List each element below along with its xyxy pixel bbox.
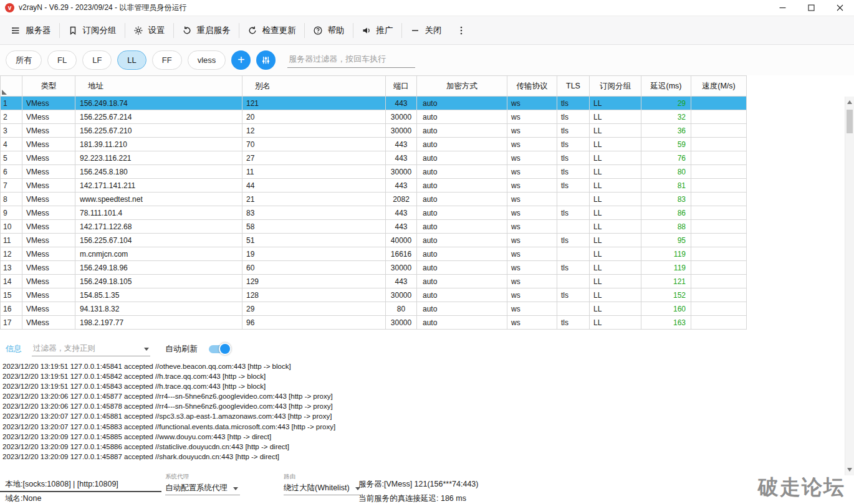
server-row[interactable]: 11VMess156.225.67.1045140000autowstlsLL9… — [1, 234, 747, 247]
check-update-icon — [247, 26, 257, 36]
column-header-address[interactable]: 地址 — [75, 76, 242, 97]
vertical-scrollbar[interactable] — [845, 97, 854, 475]
toggle-thumb — [219, 343, 231, 355]
server-row[interactable]: 14VMess156.249.18.105129443autowsLL121 — [1, 275, 747, 288]
tab-bar-pills: 所有FLLFLLFFvless — [6, 50, 226, 70]
column-header-transport[interactable]: 传输协议 — [507, 76, 557, 97]
column-header-tls[interactable]: TLS — [557, 76, 590, 97]
cell-port: 30000 — [386, 316, 417, 330]
minimize-button[interactable] — [768, 0, 797, 16]
chevron-down-icon[interactable] — [144, 348, 149, 351]
cell-address: 156.249.18.105 — [75, 275, 242, 288]
cell-latency: 29 — [641, 97, 691, 110]
server-row[interactable]: 17VMess198.2.197.779630000autowstlsLL163 — [1, 316, 747, 330]
promotion-button[interactable]: 推广 — [353, 19, 401, 42]
column-header-speed[interactable]: 速度(M/s) — [691, 76, 747, 97]
domain-info: 域名:None — [5, 493, 41, 504]
server-row[interactable]: 15VMess154.85.1.3512830000autowstlsLL152 — [1, 288, 747, 302]
column-header-group[interactable]: 订阅分组 — [590, 76, 641, 97]
column-header-encryption[interactable]: 加密方式 — [417, 76, 507, 97]
cell-encryption: auto — [417, 97, 507, 110]
server-row[interactable]: 10VMess142.171.122.6858443autowsLL88 — [1, 220, 747, 234]
system-proxy-combo[interactable]: 系统代理 自动配置系统代理 — [165, 473, 247, 493]
tab-所有[interactable]: 所有 — [6, 50, 42, 70]
server-row[interactable]: 16VMess94.131.8.322980autowsLL160 — [1, 302, 747, 316]
tab-vless[interactable]: vless — [188, 50, 226, 70]
cell-index: 3 — [1, 124, 22, 138]
column-header-alias[interactable]: 别名 — [242, 76, 386, 97]
cell-group: LL — [590, 138, 641, 151]
scroll-up-icon[interactable] — [847, 100, 852, 104]
restart-service-button[interactable]: 重启服务 — [174, 19, 239, 42]
cell-tls: tls — [557, 151, 590, 165]
cell-speed — [691, 179, 747, 193]
system-proxy-value[interactable]: 自动配置系统代理 — [165, 483, 240, 495]
log-line: 2023/12/20 13:20:09 127.0.0.1:45886 acce… — [2, 442, 852, 452]
cell-type: VMess — [22, 206, 75, 220]
more-menu-button[interactable] — [450, 19, 473, 42]
cell-tls: tls — [557, 165, 590, 179]
column-header-port[interactable]: 端口 — [386, 76, 417, 97]
cell-group: LL — [590, 179, 641, 193]
cell-index: 6 — [1, 165, 22, 179]
server-row[interactable]: 12VMessm.cnmjcn.com1916616autowsLL119 — [1, 247, 747, 261]
close-button[interactable] — [825, 0, 854, 16]
cell-encryption: auto — [417, 261, 507, 275]
settings-button[interactable]: 设置 — [125, 19, 173, 42]
server-row[interactable]: 1VMess156.249.18.74121443autowstlsLL29 — [1, 97, 747, 110]
servers-menu-button[interactable]: 服务器 — [2, 19, 59, 42]
cell-latency: 119 — [641, 247, 691, 261]
log-output[interactable]: 2023/12/20 13:19:51 127.0.0.1:45841 acce… — [0, 359, 854, 462]
main-toolbar: 服务器 订阅分组 设置 重启服务 检查更新 — [0, 16, 854, 45]
cell-address: 181.39.11.210 — [75, 138, 242, 151]
scrollbar-thumb[interactable] — [847, 110, 853, 133]
server-row[interactable]: 3VMess156.225.67.2101230000autowstlsLL36 — [1, 124, 747, 138]
column-header-gutter[interactable] — [1, 76, 22, 97]
log-line: 2023/12/20 13:20:07 127.0.0.1:45883 acce… — [2, 422, 852, 432]
cell-latency: 36 — [641, 124, 691, 138]
help-button[interactable]: 帮助 — [305, 19, 353, 42]
cell-transport: ws — [507, 193, 557, 206]
cell-address: 156.249.18.96 — [75, 261, 242, 275]
filter-toggle-button[interactable] — [256, 50, 276, 70]
routing-value[interactable]: 绕过大陆(Whitelist) — [284, 483, 362, 495]
cell-transport: ws — [507, 179, 557, 193]
tab-FF[interactable]: FF — [152, 50, 182, 70]
auto-refresh-toggle[interactable] — [208, 343, 231, 355]
routing-combo[interactable]: 路由 绕过大陆(Whitelist) — [284, 473, 360, 493]
server-row[interactable]: 6VMess156.245.8.1801130000autowstlsLL80 — [1, 165, 747, 179]
tab-LL[interactable]: LL — [117, 50, 146, 70]
column-header-latency[interactable]: 延迟(ms) — [641, 76, 691, 97]
tab-FL[interactable]: FL — [47, 50, 77, 70]
cell-type: VMess — [22, 234, 75, 247]
log-line: 2023/12/20 13:19:51 127.0.0.1:45841 acce… — [2, 361, 852, 371]
server-filter-input[interactable] — [287, 52, 415, 68]
cell-tls: tls — [557, 138, 590, 151]
server-row[interactable]: 13VMess156.249.18.966030000autowstlsLL11… — [1, 261, 747, 275]
status-bar: 本地:[socks:10808] | [http:10809] 域名:None … — [0, 464, 854, 504]
server-row[interactable]: 8VMesswww.speedtest.net212082autowsLL83 — [1, 193, 747, 206]
close-to-tray-button[interactable]: 关闭 — [402, 19, 450, 42]
cell-transport: ws — [507, 97, 557, 110]
server-row[interactable]: 2VMess156.225.67.2142030000autowstlsLL32 — [1, 110, 747, 124]
log-filter-input[interactable] — [32, 342, 150, 356]
cell-alias: 21 — [242, 193, 386, 206]
routing-label: 路由 — [284, 473, 360, 481]
window-title: v2rayN - V6.29 - 2023/09/24 - 以非管理员身份运行 — [19, 2, 186, 13]
scroll-down-icon[interactable] — [847, 468, 852, 472]
tab-LF[interactable]: LF — [82, 50, 112, 70]
cell-alias: 70 — [242, 138, 386, 151]
server-row[interactable]: 9VMess78.111.101.483443autowstlsLL86 — [1, 206, 747, 220]
subscription-group-button[interactable]: 订阅分组 — [60, 19, 125, 42]
server-row[interactable]: 7VMess142.171.141.21144443autowstlsLL81 — [1, 179, 747, 193]
cell-tls: tls — [557, 316, 590, 330]
select-all-corner-icon[interactable] — [2, 90, 7, 95]
maximize-button[interactable] — [797, 0, 825, 16]
cell-index: 4 — [1, 138, 22, 151]
column-header-type[interactable]: 类型 — [22, 76, 75, 97]
check-update-button[interactable]: 检查更新 — [239, 19, 304, 42]
add-server-button[interactable]: + — [231, 50, 251, 70]
server-row[interactable]: 5VMess92.223.116.22127443autowstlsLL76 — [1, 151, 747, 165]
server-row[interactable]: 4VMess181.39.11.21070443autowstlsLL59 — [1, 138, 747, 151]
help-icon — [313, 26, 323, 36]
